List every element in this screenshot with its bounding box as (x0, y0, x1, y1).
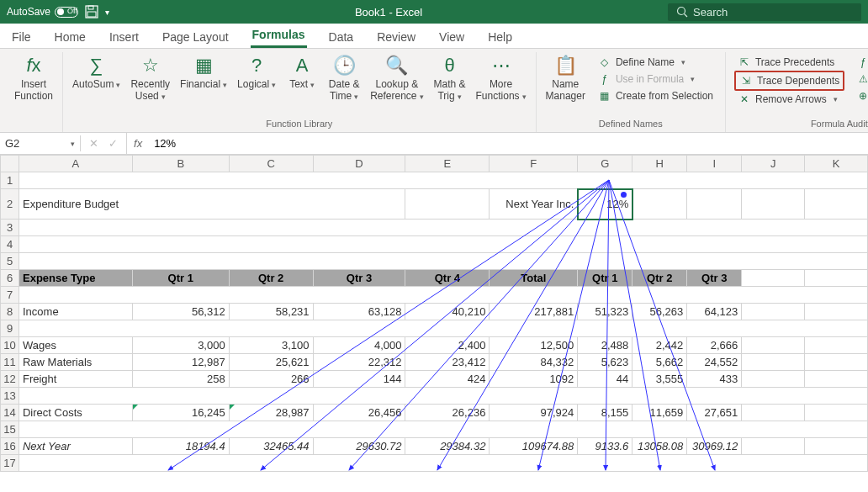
row-header[interactable]: 12 (1, 371, 19, 388)
data-cell[interactable]: 424 (405, 371, 490, 388)
header-cell[interactable]: Qtr 3 (687, 270, 742, 287)
data-cell[interactable]: Raw Materials (19, 354, 132, 371)
spreadsheet-grid[interactable]: A B C D E F G H I J K 1 2 Expenditure Bu… (0, 155, 868, 472)
col-header[interactable]: D (313, 156, 405, 172)
data-cell[interactable]: 25,621 (229, 354, 313, 371)
formula-input[interactable] (149, 135, 868, 151)
name-box[interactable]: G2▾ (0, 135, 81, 151)
financial-button[interactable]: ▦Financial▾ (176, 52, 231, 117)
row-header[interactable]: 7 (1, 287, 19, 304)
define-name-button[interactable]: ◇Define Name▾ (595, 54, 717, 71)
search-box[interactable] (668, 3, 861, 21)
data-cell[interactable]: 1092 (490, 371, 578, 388)
row-header[interactable]: 9 (1, 320, 19, 337)
row-header[interactable]: 16 (1, 438, 19, 455)
data-cell[interactable]: 24,552 (687, 354, 742, 371)
tab-help[interactable]: Help (486, 26, 514, 48)
col-header[interactable]: F (490, 156, 578, 172)
data-cell[interactable]: 22,312 (313, 354, 405, 371)
search-input[interactable] (693, 6, 834, 19)
header-cell[interactable]: Qtr 2 (229, 270, 313, 287)
math-trig-button[interactable]: θMath & Trig▾ (430, 52, 470, 117)
col-header[interactable]: K (805, 156, 868, 172)
tab-insert[interactable]: Insert (108, 26, 140, 48)
header-cell[interactable]: Total (490, 270, 578, 287)
header-cell[interactable]: Qtr 1 (578, 270, 632, 287)
data-cell[interactable]: 29630.72 (313, 438, 405, 455)
data-cell[interactable]: Income (19, 304, 132, 320)
error-checking-button[interactable]: ⚠Error Checking▾ (853, 71, 868, 87)
tab-view[interactable]: View (437, 26, 466, 48)
data-cell[interactable]: 5,623 (578, 354, 632, 371)
row-header[interactable]: 4 (1, 236, 19, 253)
use-in-formula-button[interactable]: ƒUse in Formula▾ (595, 71, 717, 87)
create-from-selection-button[interactable]: ▦Create from Selection (595, 87, 717, 104)
select-all-corner[interactable] (1, 156, 19, 172)
row-header[interactable]: 14 (1, 405, 19, 421)
data-cell[interactable]: Direct Costs (19, 405, 132, 421)
data-cell[interactable]: 3,555 (632, 371, 687, 388)
data-cell[interactable]: 58,231 (229, 304, 313, 320)
logical-button[interactable]: ?Logical▾ (233, 52, 280, 117)
fx-label[interactable]: fx (127, 137, 149, 150)
data-cell[interactable]: 23,412 (405, 354, 490, 371)
row-header[interactable]: 2 (1, 189, 19, 220)
tab-data[interactable]: Data (327, 26, 356, 48)
data-cell[interactable]: 56,312 (132, 304, 229, 320)
trace-dependents-button[interactable]: ⇲Trace Dependents (734, 71, 844, 91)
data-cell[interactable]: 8,155 (578, 405, 632, 421)
row-header[interactable]: 3 (1, 220, 19, 236)
row-header[interactable]: 13 (1, 388, 19, 405)
data-cell[interactable]: 4,000 (313, 337, 405, 354)
data-cell[interactable]: 40,210 (405, 304, 490, 320)
data-cell[interactable]: 26,236 (405, 405, 490, 421)
data-cell[interactable]: 109674.88 (490, 438, 578, 455)
data-cell[interactable]: 217,881 (490, 304, 578, 320)
data-cell[interactable]: 18194.4 (132, 438, 229, 455)
data-cell[interactable]: 32465.44 (229, 438, 313, 455)
data-cell[interactable]: 13058.08 (632, 438, 687, 455)
col-header[interactable]: J (742, 156, 805, 172)
data-cell[interactable]: 28,987 (229, 405, 313, 421)
header-cell[interactable]: Expense Type (19, 270, 132, 287)
tab-formulas[interactable]: Formulas (251, 24, 307, 48)
autosum-button[interactable]: ∑AutoSum▾ (68, 52, 124, 117)
recently-used-button[interactable]: ☆Recently Used▾ (126, 52, 174, 117)
save-icon[interactable] (85, 5, 98, 19)
trace-precedents-button[interactable]: ⇱Trace Precedents (734, 54, 844, 71)
data-cell[interactable]: 3,000 (132, 337, 229, 354)
data-cell[interactable]: Wages (19, 337, 132, 354)
data-cell[interactable]: 2,442 (632, 337, 687, 354)
header-cell[interactable]: Qtr 4 (405, 270, 490, 287)
enter-icon[interactable]: ✓ (108, 137, 118, 150)
more-functions-button[interactable]: ⋯More Functions▾ (472, 52, 531, 117)
col-header[interactable]: A (19, 156, 132, 172)
text-button[interactable]: AText▾ (282, 52, 322, 117)
data-cell[interactable]: 12,500 (490, 337, 578, 354)
row-header[interactable]: 1 (1, 172, 19, 189)
data-cell[interactable]: 2,666 (687, 337, 742, 354)
data-cell[interactable]: 2,400 (405, 337, 490, 354)
col-header[interactable]: E (405, 156, 490, 172)
row-header[interactable]: 5 (1, 253, 19, 270)
row-header[interactable]: 8 (1, 304, 19, 320)
data-cell[interactable]: 11,659 (632, 405, 687, 421)
data-cell[interactable]: 51,323 (578, 304, 632, 320)
row-header[interactable]: 15 (1, 421, 19, 438)
data-cell[interactable]: 63,128 (313, 304, 405, 320)
row-header[interactable]: 10 (1, 337, 19, 354)
col-header[interactable]: C (229, 156, 313, 172)
data-cell[interactable]: 29384.32 (405, 438, 490, 455)
show-formulas-button[interactable]: ƒShow Formulas (853, 54, 868, 71)
data-cell[interactable]: 2,488 (578, 337, 632, 354)
col-header[interactable]: G (578, 156, 632, 172)
data-cell[interactable]: 258 (132, 371, 229, 388)
name-manager-button[interactable]: 📋Name Manager (542, 52, 590, 117)
data-cell[interactable]: 9133.6 (578, 438, 632, 455)
next-year-label[interactable]: Next Year Inc. (490, 189, 578, 220)
budget-title[interactable]: Expenditure Budget (19, 189, 405, 220)
row-header[interactable]: 17 (1, 455, 19, 472)
tab-page-layout[interactable]: Page Layout (161, 26, 230, 48)
cancel-icon[interactable]: ✕ (89, 137, 98, 150)
data-cell[interactable]: 5,662 (632, 354, 687, 371)
